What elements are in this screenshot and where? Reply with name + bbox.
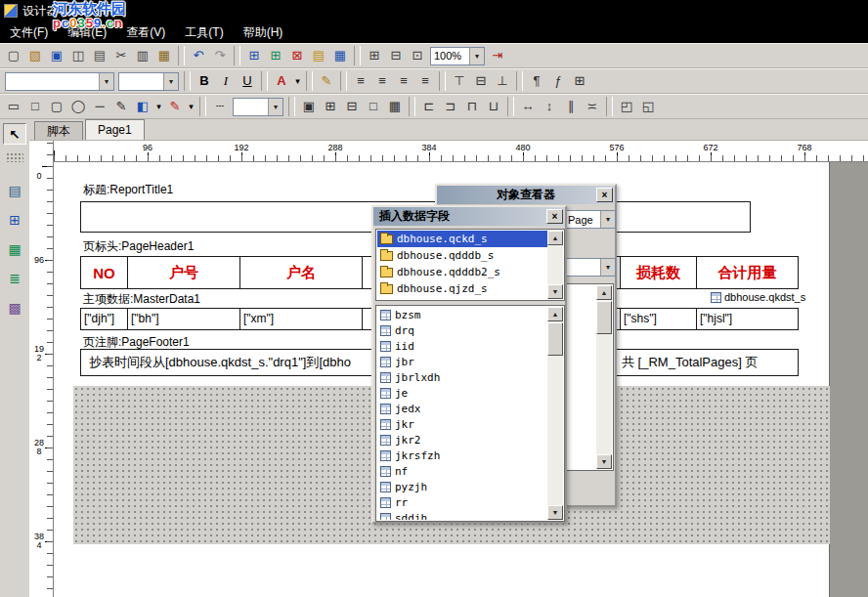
ellipse-tool-icon[interactable]: ◯ [67, 97, 89, 116]
delete-page-icon[interactable]: ⊠ [286, 46, 308, 65]
align-bottoms-icon[interactable]: ⊔ [483, 97, 504, 116]
draw-tool-icon[interactable]: ✎ [110, 97, 132, 116]
insert-field-titlebar[interactable]: 插入数据字段 × [373, 207, 565, 226]
page-tab[interactable]: 脚本 [34, 121, 83, 140]
border-outer-icon[interactable]: ▣ [298, 97, 320, 116]
band-pageheader-label[interactable]: 页标头:PageHeader1 [83, 238, 194, 255]
header-cell[interactable]: 合计用量 [696, 256, 799, 289]
scrollbar-thumb[interactable] [547, 322, 563, 356]
header-cell[interactable]: 损耗数 [620, 256, 697, 289]
scroll-up-icon[interactable]: ▲ [547, 307, 563, 321]
center-horizontal-icon[interactable]: ∥ [560, 97, 582, 116]
db-text-object-icon[interactable]: ≣ [3, 268, 26, 289]
scroll-up-icon[interactable]: ▲ [596, 285, 612, 300]
field-item[interactable]: jbrlxdh [377, 369, 547, 385]
page-list-icon[interactable]: ▤ [308, 46, 329, 65]
font-size-select[interactable]: ▾ [118, 72, 179, 91]
line-width-select[interactable]: ▾ [233, 98, 283, 116]
scroll-up-icon[interactable]: ▲ [547, 231, 563, 245]
copy-icon[interactable]: ▥ [132, 46, 153, 65]
dbhouse.qjzd_s[interactable]: dbhouse.qjzd_s [377, 280, 547, 297]
align-justify-icon[interactable]: ≡ [414, 71, 436, 91]
field-item[interactable]: jkr [377, 416, 547, 432]
undo-icon[interactable]: ↶ [188, 46, 209, 65]
line-color-arrow-icon[interactable]: ▾ [186, 97, 196, 116]
header-cell[interactable]: NO [80, 256, 128, 289]
scrollbar-thumb[interactable] [596, 301, 612, 334]
scrollbar[interactable]: ▲ ▼ [547, 231, 563, 299]
chevron-down-icon[interactable]: ▾ [469, 48, 484, 64]
bring-front-icon[interactable]: ◰ [616, 97, 637, 116]
header-cell[interactable]: 户名 [239, 256, 363, 289]
same-height-icon[interactable]: ↕ [539, 97, 560, 116]
field-item[interactable]: drq [377, 322, 547, 338]
scroll-down-icon[interactable]: ▼ [596, 454, 612, 469]
field-item[interactable]: rr [377, 494, 547, 510]
square-tool-icon[interactable]: □ [24, 97, 46, 116]
layers-object-icon[interactable]: ▩ [3, 297, 26, 319]
data-cell[interactable]: ["bh"] [127, 308, 240, 330]
toolbar-grip[interactable] [6, 152, 23, 162]
chevron-down-icon[interactable]: ▾ [600, 259, 615, 276]
scroll-down-icon[interactable]: ▼ [547, 284, 563, 299]
data-dictionary-icon[interactable]: ▦ [329, 46, 351, 65]
scrollbar[interactable]: ▲ ▼ [596, 285, 612, 469]
open-report-icon[interactable]: ▧ [24, 46, 46, 65]
dbhouse.qckd_s[interactable]: dbhouse.qckd_s [377, 231, 547, 247]
fill-color-icon[interactable]: ◧ [132, 97, 153, 116]
select-pointer-icon[interactable]: ↖ [3, 123, 26, 145]
align-rights-icon[interactable]: ⊐ [440, 97, 461, 116]
font-name-select[interactable]: ▾ [5, 72, 114, 91]
scrollbar[interactable]: ▲ ▼ [547, 307, 563, 520]
align-lefts-icon[interactable]: ⊏ [418, 97, 440, 116]
field-item[interactable]: pyzjh [377, 479, 547, 494]
menu-item[interactable]: 帮助(H) [234, 21, 293, 43]
italic-icon[interactable]: I [215, 71, 237, 91]
paste-icon[interactable]: ▦ [153, 46, 175, 65]
chevron-down-icon[interactable]: ▾ [163, 73, 178, 90]
close-icon[interactable]: × [596, 188, 613, 202]
chevron-down-icon[interactable]: ▾ [600, 211, 615, 228]
cut-icon[interactable]: ✂ [110, 46, 132, 65]
dbhouse.qdddb2_s[interactable]: dbhouse.qdddb2_s [377, 264, 547, 280]
field-item[interactable]: jkr2 [377, 432, 547, 448]
center-vertical-icon[interactable]: ≍ [582, 97, 603, 116]
rect-tool-icon[interactable]: ▭ [3, 97, 24, 116]
field-item[interactable]: bzsm [377, 307, 547, 322]
dbhouse.qkdst_s[interactable]: dbhouse.qkdst_s [377, 297, 547, 299]
data-cell[interactable]: ["hjsl"] [696, 308, 799, 330]
field-list[interactable]: bzsm drq iid jbr [375, 305, 565, 522]
grid-object-icon[interactable]: ⊞ [3, 209, 26, 231]
highlight-icon[interactable]: ✎ [316, 71, 337, 91]
align-tops-icon[interactable]: ⊓ [461, 97, 483, 116]
border-horizontal-icon[interactable]: ⊟ [341, 97, 363, 116]
data-cell[interactable]: ["djh"] [80, 308, 128, 330]
field-item[interactable]: sddjh [377, 510, 547, 520]
bold-icon[interactable]: B [194, 71, 215, 91]
table-list[interactable]: dbhouse.qckd_s dbhouse.qdddb_s dbhouse.q… [375, 229, 565, 301]
menu-item[interactable]: 查看(V) [116, 21, 175, 43]
line-style-icon[interactable]: ┄ [209, 97, 231, 116]
chevron-down-icon[interactable]: ▾ [99, 73, 113, 90]
redo-icon[interactable]: ↷ [209, 46, 231, 65]
field-item[interactable]: iid [377, 338, 547, 354]
line-tool-icon[interactable]: ─ [89, 97, 110, 116]
band-masterdata-label[interactable]: 主项数据:MasterData1 [83, 291, 200, 308]
line-color-icon[interactable]: ✎ [164, 97, 186, 116]
band-title-label[interactable]: 标题:ReportTitle1 [83, 182, 173, 198]
rounded-rect-tool-icon[interactable]: ▢ [46, 97, 67, 116]
field-item[interactable]: nf [377, 463, 547, 479]
menu-item[interactable]: 工具(T) [175, 21, 233, 43]
scroll-down-icon[interactable]: ▼ [547, 505, 563, 520]
border-color-icon[interactable]: ▦ [384, 97, 406, 116]
border-all-icon[interactable]: ⊞ [320, 97, 341, 116]
page-select[interactable]: Page ▾ [564, 210, 616, 229]
valign-bottom-icon[interactable]: ⊥ [492, 71, 513, 91]
chevron-down-icon[interactable]: ▾ [268, 99, 282, 115]
align-center-icon[interactable]: ≡ [371, 71, 393, 91]
footer-memo-right[interactable]: 共 [_RM_TotalPages] 页 [613, 349, 799, 376]
font-color-arrow-icon[interactable]: ▾ [292, 71, 303, 91]
close-icon[interactable]: × [546, 209, 563, 224]
same-width-icon[interactable]: ↔ [517, 97, 539, 116]
chart-object-icon[interactable]: ▦ [3, 238, 26, 260]
